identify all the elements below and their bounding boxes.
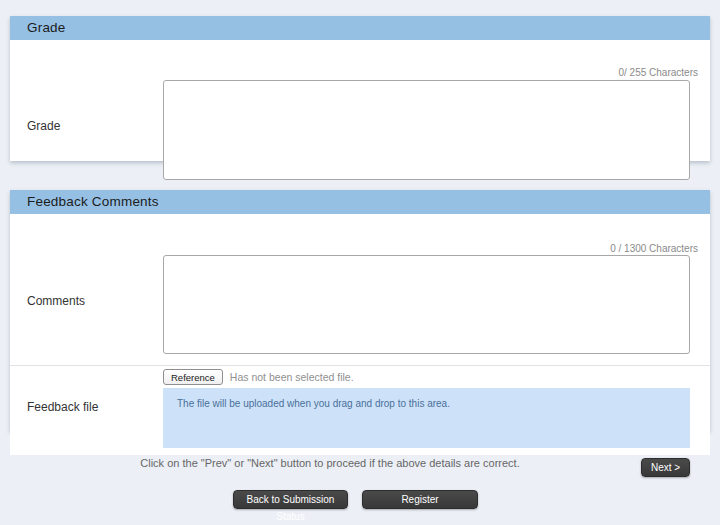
- feedback-comments-section: Feedback Comments 0 / 1300 Characters Co…: [10, 190, 710, 431]
- feedback-file-field-label: Feedback file: [27, 400, 98, 414]
- comments-field-label: Comments: [27, 294, 85, 308]
- comments-char-counter: 0 / 1300 Characters: [610, 243, 698, 254]
- next-button[interactable]: Next >: [641, 458, 690, 477]
- grade-char-counter: 0/ 255 Characters: [619, 67, 699, 78]
- file-dropzone[interactable]: The file will be uploaded when you drag …: [163, 388, 690, 448]
- grade-section: Grade 0/ 255 Characters Grade: [10, 16, 710, 161]
- file-select-line: Reference Has not been selected file.: [163, 369, 354, 385]
- feedback-comments-section-header: Feedback Comments: [10, 190, 710, 214]
- feedback-file-row: Feedback file Reference Has not been sel…: [10, 365, 710, 455]
- proceed-instruction-text: Click on the "Prev" or "Next" button to …: [0, 457, 660, 469]
- grade-section-header: Grade: [10, 16, 710, 40]
- grade-input[interactable]: [163, 80, 690, 180]
- grade-field-label: Grade: [27, 119, 60, 133]
- comments-input[interactable]: [163, 255, 690, 354]
- file-dropzone-hint: The file will be uploaded when you drag …: [177, 398, 450, 409]
- no-file-selected-text: Has not been selected file.: [230, 371, 354, 383]
- reference-file-button[interactable]: Reference: [163, 369, 223, 385]
- back-to-submission-status-button[interactable]: Back to Submission Status: [233, 490, 348, 509]
- grading-form-page: Grade 0/ 255 Characters Grade Feedback C…: [0, 0, 720, 525]
- register-button[interactable]: Register: [362, 490, 478, 509]
